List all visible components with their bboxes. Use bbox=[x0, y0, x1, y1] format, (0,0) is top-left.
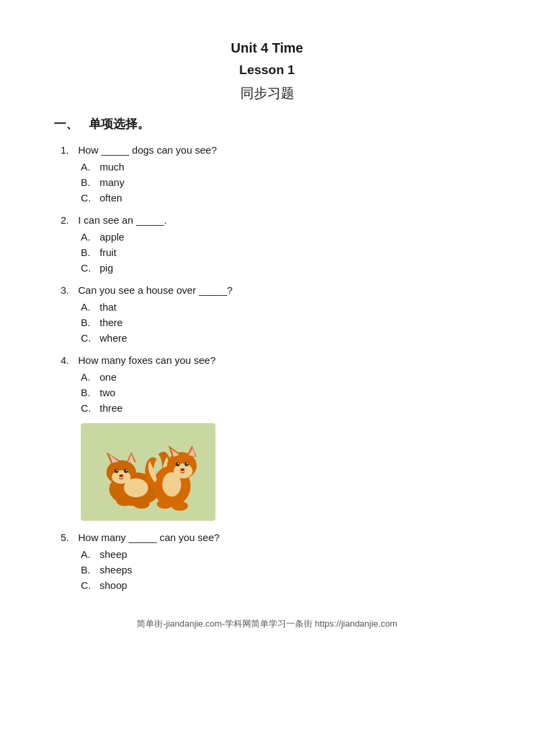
question-4-option-b: B. two bbox=[81, 387, 480, 398]
question-5-option-a: A. sheep bbox=[81, 548, 480, 560]
question-2-options: A. apple B. fruit C. pig bbox=[81, 231, 480, 274]
questions-container: 1. How _____ dogs can you see? A. much B… bbox=[61, 144, 480, 591]
svg-point-29 bbox=[172, 501, 188, 511]
svg-point-14 bbox=[133, 499, 149, 509]
question-4-text: 4. How many foxes can you see? bbox=[61, 354, 480, 366]
question-3-option-c: C. where bbox=[81, 332, 480, 344]
question-5-options: A. sheep B. sheeps C. shoop bbox=[81, 548, 480, 591]
question-4-option-a: A. one bbox=[81, 371, 480, 383]
footer: 简单街-jiandanjie.com-学科网简单学习一条街 https://ji… bbox=[54, 618, 480, 630]
question-1-option-a: A. much bbox=[81, 161, 480, 172]
svg-point-10 bbox=[124, 469, 128, 473]
question-3: 3. Can you see a house over _____? A. th… bbox=[61, 284, 480, 344]
svg-point-27 bbox=[180, 468, 185, 471]
option-text: many bbox=[100, 177, 125, 188]
question-2-text: 2. I can see an _____. bbox=[61, 214, 480, 226]
section-number: 一、 bbox=[54, 116, 78, 132]
question-3-options: A. that B. there C. where bbox=[81, 301, 480, 344]
question-5-text: 5. How many _____ can you see? bbox=[61, 532, 480, 543]
section-label: 单项选择。 bbox=[89, 116, 149, 132]
option-text: often bbox=[100, 192, 122, 203]
svg-point-12 bbox=[119, 474, 123, 477]
question-1-option-b: B. many bbox=[81, 177, 480, 188]
svg-point-9 bbox=[116, 470, 118, 471]
svg-point-11 bbox=[126, 470, 127, 471]
question-2-option-c: C. pig bbox=[81, 262, 480, 274]
question-5: 5. How many _____ can you see? A. sheep … bbox=[61, 532, 480, 591]
svg-point-25 bbox=[185, 462, 189, 466]
question-5-option-c: C. shoop bbox=[81, 579, 480, 591]
svg-point-24 bbox=[178, 463, 179, 464]
option-letter: A. bbox=[81, 161, 94, 172]
footer-text: 简单街-jiandanjie.com-学科网简单学习一条街 https://ji… bbox=[137, 619, 397, 629]
svg-point-26 bbox=[187, 463, 188, 464]
question-1-num: 1. bbox=[61, 144, 74, 156]
question-2-num: 2. bbox=[61, 214, 74, 226]
question-3-text: 3. Can you see a house over _____? bbox=[61, 284, 480, 296]
question-1-content: How _____ dogs can you see? bbox=[78, 144, 217, 156]
question-2-option-a: A. apple bbox=[81, 231, 480, 243]
option-text: much bbox=[100, 161, 125, 172]
svg-point-8 bbox=[114, 469, 119, 473]
option-letter: C. bbox=[81, 192, 94, 203]
question-4-options: A. one B. two C. three bbox=[81, 371, 480, 414]
question-4: 4. How many foxes can you see? A. one B.… bbox=[61, 354, 480, 521]
svg-point-13 bbox=[116, 497, 133, 506]
question-5-option-b: B. sheeps bbox=[81, 564, 480, 575]
question-2-option-b: B. fruit bbox=[81, 247, 480, 258]
unit-title: Unit 4 Time bbox=[54, 40, 480, 56]
svg-point-15 bbox=[124, 478, 148, 497]
question-2: 2. I can see an _____. A. apple B. fruit… bbox=[61, 214, 480, 274]
question-1-text: 1. How _____ dogs can you see? bbox=[61, 144, 480, 156]
question-1-option-c: C. often bbox=[81, 192, 480, 203]
fox-illustration bbox=[81, 423, 215, 521]
option-letter: B. bbox=[81, 177, 94, 188]
question-4-option-c: C. three bbox=[81, 402, 480, 414]
question-2-content: I can see an _____. bbox=[78, 214, 167, 226]
svg-point-28 bbox=[157, 499, 173, 509]
section-header: 一、 单项选择。 bbox=[54, 116, 480, 132]
subtitle: 同步习题 bbox=[54, 84, 480, 102]
question-3-option-b: B. there bbox=[81, 317, 480, 328]
page-header: Unit 4 Time Lesson 1 同步习题 bbox=[54, 40, 480, 102]
question-3-option-a: A. that bbox=[81, 301, 480, 313]
svg-point-30 bbox=[162, 472, 181, 497]
svg-point-23 bbox=[176, 462, 180, 466]
question-1-options: A. much B. many C. often bbox=[81, 161, 480, 203]
question-1: 1. How _____ dogs can you see? A. much B… bbox=[61, 144, 480, 203]
lesson-title: Lesson 1 bbox=[54, 63, 480, 77]
